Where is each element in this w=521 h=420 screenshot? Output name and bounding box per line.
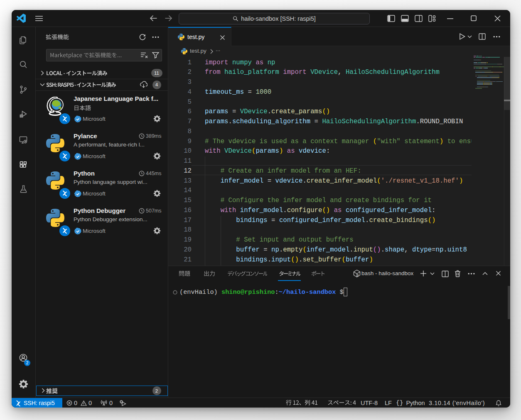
svg-text:$: $	[357, 273, 359, 277]
